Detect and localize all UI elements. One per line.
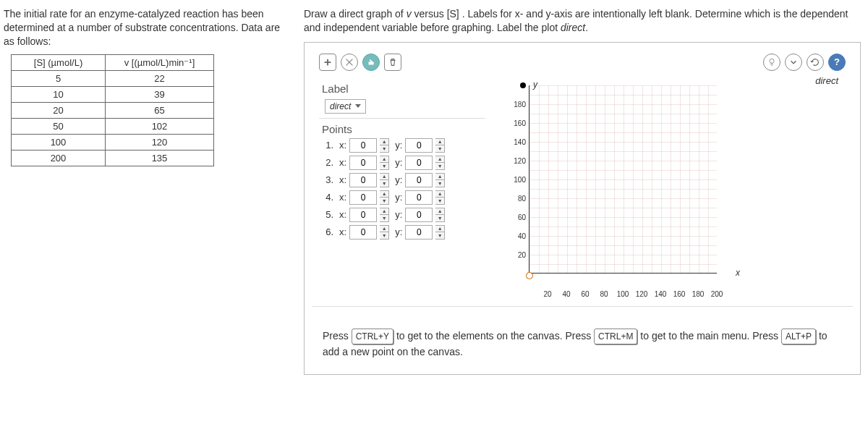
text: x- and y-axis [515,8,572,20]
y-tick: 60 [511,213,526,221]
point-index: 1. [322,140,333,151]
plus-icon [323,57,333,67]
y-tick: 20 [511,250,526,258]
reset-icon [810,57,820,67]
point-y-input[interactable] [405,225,433,240]
spinner[interactable]: ▲▼ [380,138,389,153]
point-x-input[interactable] [349,208,377,222]
cell: 50 [12,118,106,134]
spinner[interactable]: ▲▼ [435,138,445,153]
x-tick: 120 [636,290,648,298]
plot-marker[interactable] [520,82,526,88]
y-tick: 160 [511,119,526,127]
x-label: x: [339,140,346,151]
point-index: 4. [322,192,333,203]
spinner[interactable]: ▲▼ [380,208,389,222]
spinner[interactable]: ▲▼ [435,208,445,222]
point-x-input[interactable] [349,173,377,187]
spinner[interactable]: ▲▼ [435,225,445,240]
x-label: x: [339,192,346,203]
point-y-input[interactable] [405,208,433,222]
eraser-button[interactable] [362,54,380,71]
cell: 20 [12,102,106,118]
point-index: 3. [322,174,333,185]
trash-icon [388,57,398,67]
point-index: 2. [322,157,333,168]
text: . [585,22,588,33]
point-y-input[interactable] [405,138,433,153]
point-y-input[interactable] [405,173,433,187]
text: Draw a direct graph of [304,8,407,20]
x-label: x: [339,209,346,220]
plot-grid[interactable] [529,85,717,274]
x-tick: 140 [655,290,667,298]
point-row: 2. x: ▲▼ y: ▲▼ [319,154,485,171]
lightbulb-icon [767,57,777,67]
text: versus [S] . Labels for [412,8,515,20]
reset-button[interactable] [807,54,824,71]
svg-point-1 [770,59,774,63]
plot-area[interactable]: direct y 180 160 140 120 100 80 60 40 [493,78,846,288]
point-row: 6. x: ▲▼ y: ▲▼ [319,224,485,241]
point-x-input[interactable] [349,225,377,240]
spinner[interactable]: ▲▼ [435,156,445,170]
kbd-shortcut: CTRL+Y [352,329,393,344]
table-header-v: v [(µmol/L)min⁻¹] [106,54,214,70]
point-row: 1. x: ▲▼ y: ▲▼ [319,137,485,154]
point-x-input[interactable] [349,190,377,205]
y-tick: 140 [511,137,526,145]
y-tick: 100 [511,175,526,183]
x-label: x: [339,226,346,237]
y-label: y: [395,157,402,168]
hint-button[interactable] [763,54,780,71]
table-row: 2065 [12,102,214,118]
x-tick: 20 [543,290,551,298]
spinner[interactable]: ▲▼ [380,156,389,170]
add-point-button[interactable] [319,54,336,71]
chevron-down-icon [788,57,799,67]
y-label: y: [395,226,402,237]
cell: 135 [106,150,214,166]
cell: 200 [12,150,106,166]
spinner[interactable]: ▲▼ [435,173,445,187]
delete-button[interactable] [384,54,401,71]
y-tick: 120 [511,156,526,164]
spinner[interactable]: ▲▼ [380,225,389,240]
label-dropdown[interactable]: direct [325,99,366,114]
point-row: 3. x: ▲▼ y: ▲▼ [319,171,485,189]
point-y-input[interactable] [405,156,433,170]
cell: 22 [106,70,214,86]
cell: 65 [106,102,214,118]
instruction-text: Draw a direct graph of v versus [S] . La… [304,7,861,35]
table-row: 1039 [12,86,214,102]
prompt-text: The initial rate for an enzyme-catalyzed… [4,7,293,48]
point-y-input[interactable] [405,190,433,205]
text: to get to the main menu. Press [637,330,780,342]
kbd-shortcut: ALT+P [781,329,816,344]
text: direct [561,22,585,33]
label-section-header: Label [319,78,485,96]
x-axis-label: x [736,268,740,278]
table-row: 50102 [12,118,214,134]
table-header-s: [S] (µmol/L) [12,54,106,70]
point-x-input[interactable] [349,156,377,170]
no-tool-button[interactable] [341,54,358,71]
help-button[interactable]: ? [828,54,846,71]
text: v [407,8,412,20]
dropdown-button[interactable] [785,54,802,71]
x-tick: 160 [673,290,686,298]
eraser-icon [366,57,376,67]
shortcut-hint: Press CTRL+Y to get to the elements on t… [312,306,853,367]
cell: 102 [106,118,214,134]
spinner[interactable]: ▲▼ [380,190,389,205]
x-tick: 200 [711,290,723,298]
y-label: y: [395,174,402,185]
points-section-header: Points [319,118,485,137]
spinner[interactable]: ▲▼ [435,190,445,205]
x-tick: 100 [617,290,629,298]
point-x-input[interactable] [349,138,377,153]
spinner[interactable]: ▲▼ [380,173,389,187]
point-row: 5. x: ▲▼ y: ▲▼ [319,206,485,224]
controls-panel: Label direct Points 1. x: ▲▼ y: ▲▼ 2. [319,78,485,288]
x-label: x: [339,174,346,185]
